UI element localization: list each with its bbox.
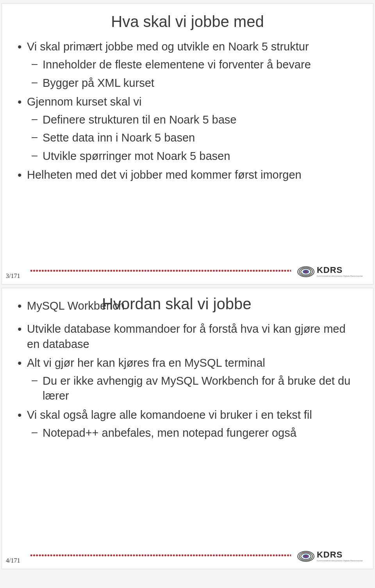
- logo-subtitle: Kommunearkivinstitusjonenes Digitale Res…: [317, 559, 363, 562]
- slide-footer: 4/171 ••••••••••••••••••••••••••••••••••…: [2, 547, 373, 563]
- logo-text-block: KDRS Kommunearkivinstitusjonenes Digital…: [317, 266, 363, 277]
- sub-list-item: Notepad++ anbefales, men notepad fungere…: [43, 425, 359, 440]
- sub-list-item: Bygger på XML kurset: [43, 75, 359, 90]
- sub-list: Du er ikke avhengig av MySQL Workbench f…: [27, 373, 359, 403]
- sub-list-item: Du er ikke avhengig av MySQL Workbench f…: [43, 373, 359, 403]
- dotted-divider: ••••••••••••••••••••••••••••••••••••••••…: [30, 554, 291, 557]
- list-item-text: Alt vi gjør her kan kjøres fra en MySQL …: [27, 357, 265, 369]
- logo-text: KDRS: [317, 266, 363, 274]
- sub-list-item: Utvikle spørringer mot Noark 5 basen: [43, 149, 359, 163]
- page-number: 3/171: [6, 272, 20, 280]
- list-item-text: Gjennom kurset skal vi: [27, 95, 141, 108]
- dotted-divider: ••••••••••••••••••••••••••••••••••••••••…: [30, 269, 291, 272]
- kdrs-logo: KDRS Kommunearkivinstitusjonenes Digital…: [297, 266, 363, 277]
- logo-subtitle: Kommunearkivinstitusjonenes Digitale Res…: [317, 275, 363, 277]
- bullet-list: Utvikle database kommandoer for å forstå…: [16, 321, 359, 440]
- list-item: Gjennom kurset skal vi Definere struktur…: [27, 94, 359, 163]
- list-item: Alt vi gjør her kan kjøres fra en MySQL …: [27, 355, 359, 403]
- list-item-text: Helheten med det vi jobber med kommer fø…: [27, 169, 302, 181]
- svg-point-4: [304, 271, 307, 272]
- list-item: Helheten med det vi jobber med kommer fø…: [27, 167, 359, 182]
- page-number: 4/171: [6, 557, 20, 564]
- list-item-text: MySQL Workbench: [27, 299, 125, 312]
- sub-list-item: Definere strukturen til en Noark 5 base: [43, 112, 359, 127]
- slide-3: Hva skal vi jobbe med Vi skal primært jo…: [2, 3, 373, 285]
- bullet-list: Vi skal primært jobbe med og utvikle en …: [16, 39, 359, 182]
- list-item-text: Vi skal primært jobbe med og utvikle en …: [27, 40, 309, 53]
- list-item: Utvikle database kommandoer for å forstå…: [27, 321, 359, 351]
- bullet-list: MySQL Workbench: [16, 298, 359, 313]
- slide-title: Hva skal vi jobbe med: [16, 13, 359, 30]
- list-item-text: Vi skal også lagre alle komandoene vi br…: [27, 409, 312, 421]
- slide-4: MySQL Workbench Hvordan skal vi jobbe Ut…: [2, 288, 373, 569]
- logo-text-block: KDRS Kommunearkivinstitusjonenes Digital…: [317, 550, 363, 562]
- logo-icon: [297, 266, 314, 277]
- sub-list-item: Inneholder de fleste elementene vi forve…: [43, 57, 359, 72]
- list-item: Vi skal primært jobbe med og utvikle en …: [27, 39, 359, 90]
- sub-list: Inneholder de fleste elementene vi forve…: [27, 57, 359, 90]
- list-item: MySQL Workbench: [27, 298, 359, 313]
- kdrs-logo: KDRS Kommunearkivinstitusjonenes Digital…: [297, 550, 363, 562]
- logo-icon: [297, 551, 314, 562]
- sub-list: Definere strukturen til en Noark 5 base …: [27, 112, 359, 163]
- list-item-text: Utvikle database kommandoer for å forstå…: [27, 323, 346, 350]
- slide-footer: 3/171 ••••••••••••••••••••••••••••••••••…: [2, 262, 373, 278]
- sub-list-item: Sette data inn i Noark 5 basen: [43, 130, 359, 145]
- svg-point-9: [304, 555, 307, 557]
- sub-list: Notepad++ anbefales, men notepad fungere…: [27, 425, 359, 440]
- list-item: Vi skal også lagre alle komandoene vi br…: [27, 407, 359, 441]
- logo-text: KDRS: [317, 550, 363, 559]
